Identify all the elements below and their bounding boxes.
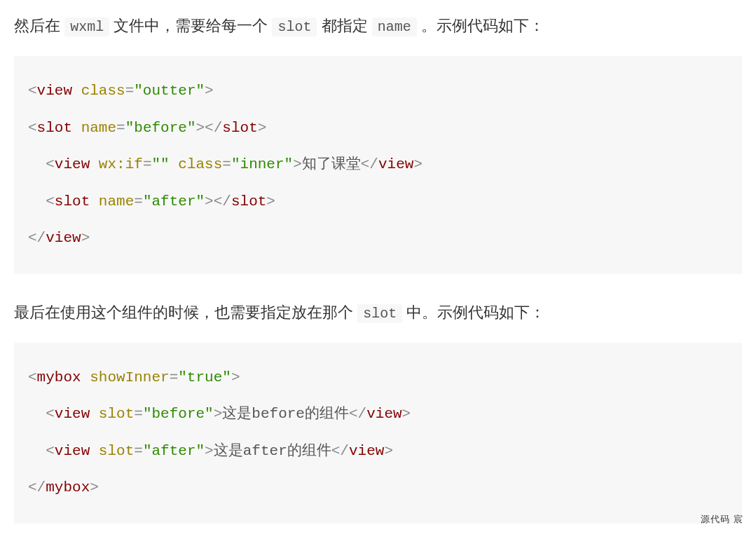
- inline-code-wxml: wxml: [64, 18, 109, 36]
- code-line: <slot name="after"></slot>: [28, 184, 728, 221]
- code-line: <view wx:if="" class="inner">知了课堂</view>: [28, 146, 728, 184]
- watermark: 源代码 宸: [701, 513, 743, 526]
- text: 。示例代码如下：: [417, 17, 544, 34]
- code-line: </view>: [28, 220, 728, 257]
- inline-code-slot: slot: [357, 304, 402, 323]
- code-line: <view slot="after">这是after的组件</view>: [28, 433, 728, 470]
- code-block-1: <view class="outter"><slot name="before"…: [14, 56, 742, 274]
- text: 然后在: [14, 17, 64, 34]
- paragraph-1: 然后在 wxml 文件中，需要给每一个 slot 都指定 name 。示例代码如…: [14, 13, 742, 39]
- text: 都指定: [317, 17, 371, 34]
- code-line: <slot name="before"></slot>: [28, 110, 728, 147]
- text: 文件中，需要给每一个: [109, 17, 272, 34]
- code-line: </mybox>: [28, 470, 728, 507]
- code-block-2: <mybox showInner="true"> <view slot="bef…: [14, 343, 742, 524]
- paragraph-2: 最后在使用这个组件的时候，也需要指定放在那个 slot 中。示例代码如下：: [14, 299, 742, 326]
- inline-code-slot: slot: [272, 18, 317, 36]
- text: 中。示例代码如下：: [402, 303, 545, 321]
- code-line: <mybox showInner="true">: [28, 360, 728, 397]
- inline-code-name: name: [372, 18, 417, 36]
- text: 最后在使用这个组件的时候，也需要指定放在那个: [14, 303, 357, 321]
- code-line: <view class="outter">: [28, 73, 728, 110]
- code-line: <view slot="before">这是before的组件</view>: [28, 396, 728, 433]
